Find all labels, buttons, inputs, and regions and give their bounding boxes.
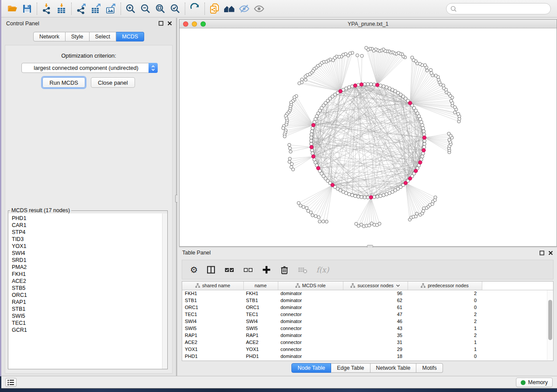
first-neighbors-button[interactable] (222, 2, 237, 16)
save-session-button[interactable] (20, 2, 35, 16)
table-cell[interactable]: YOX1 (243, 346, 278, 353)
table-cell[interactable]: connector (278, 339, 343, 346)
ring-node[interactable] (421, 155, 424, 158)
ring-node[interactable] (376, 195, 379, 199)
table-row[interactable]: PHD1PHD1dominator180 (182, 353, 553, 360)
ring-node[interactable] (310, 136, 313, 139)
mcds-result-item[interactable]: GCR1 (8, 327, 167, 334)
leaf-node[interactable] (453, 111, 457, 114)
import-network-button[interactable] (39, 2, 54, 16)
leaf-node[interactable] (429, 69, 432, 72)
table-cell[interactable]: STB1 (243, 297, 278, 304)
mcds-result-item[interactable]: STB5 (8, 285, 167, 292)
table-cell[interactable]: dominator (278, 304, 343, 311)
mcds-node[interactable] (310, 145, 313, 149)
table-cell[interactable]: 35 (343, 332, 408, 339)
leaf-node[interactable] (448, 138, 451, 141)
column-header-name[interactable]: name (243, 282, 278, 290)
table-cell[interactable]: 62 (343, 297, 408, 304)
leaf-node[interactable] (291, 168, 294, 171)
table-cell[interactable]: 1 (408, 325, 482, 332)
mcds-node[interactable] (360, 83, 363, 86)
table-cell[interactable]: 31 (343, 339, 408, 346)
import-table-button[interactable] (54, 2, 69, 16)
leaf-node[interactable] (426, 69, 429, 72)
ring-node[interactable] (369, 83, 373, 86)
table-cell[interactable]: SWI4 (243, 318, 278, 325)
export-image-button[interactable] (104, 2, 118, 16)
column-header-shared-name[interactable]: shared name (182, 282, 243, 290)
table-cell[interactable]: 2 (408, 332, 482, 339)
add-column-button[interactable] (262, 263, 271, 276)
open-session-button[interactable] (5, 2, 20, 16)
table-cell[interactable]: dominator (278, 297, 343, 304)
table-cell[interactable]: 2 (408, 290, 482, 297)
leaf-node[interactable] (360, 54, 363, 57)
export-table-button[interactable] (89, 2, 104, 16)
mcds-node[interactable] (311, 123, 315, 127)
table-row[interactable]: FKH1FKH1dominator962 (182, 290, 553, 297)
table-cell[interactable]: dominator (278, 353, 343, 360)
split-panel-button[interactable] (206, 263, 216, 276)
table-cell[interactable]: FKH1 (243, 290, 278, 297)
column-header-successor-nodes[interactable]: successor nodes (343, 282, 408, 290)
leaf-node[interactable] (288, 143, 291, 146)
table-cell[interactable]: ORC1 (243, 304, 278, 311)
mcds-result-item[interactable]: RAP1 (8, 299, 167, 306)
mcds-result-scrollbar[interactable] (162, 213, 167, 369)
table-cell[interactable]: 0 (408, 297, 482, 304)
leaf-node[interactable] (299, 204, 302, 207)
leaf-node[interactable] (322, 220, 325, 223)
leaf-node[interactable] (290, 162, 293, 165)
mcds-result-item[interactable]: SRD1 (8, 257, 167, 264)
close-panel-icon[interactable] (167, 21, 172, 26)
table-cell[interactable]: connector (278, 346, 343, 353)
table-cell[interactable]: 0 (408, 353, 482, 360)
table-cell[interactable]: dominator (278, 318, 343, 325)
delete-table-button[interactable] (298, 263, 308, 276)
ring-node[interactable] (379, 194, 382, 198)
table-cell[interactable]: connector (278, 325, 343, 332)
leaf-node[interactable] (289, 150, 292, 153)
mcds-node[interactable] (316, 166, 320, 170)
table-cell[interactable]: 2 (408, 318, 482, 325)
network-canvas[interactable] (180, 29, 557, 246)
ring-node[interactable] (385, 86, 388, 89)
mcds-node[interactable] (419, 161, 422, 164)
leaf-node[interactable] (311, 214, 314, 217)
table-cell[interactable]: 1 (408, 339, 482, 346)
ring-node[interactable] (366, 83, 370, 86)
table-cell[interactable]: SWI5 (243, 325, 278, 332)
table-cell[interactable]: 18 (343, 353, 408, 360)
leaf-node[interactable] (309, 211, 312, 214)
tab-style[interactable]: Style (66, 32, 90, 41)
table-cell[interactable]: ACE2 (182, 339, 243, 346)
leaf-node[interactable] (305, 206, 308, 210)
leaf-node[interactable] (450, 99, 453, 102)
table-scrollbar[interactable] (547, 290, 553, 360)
table-cell[interactable]: 29 (343, 346, 408, 353)
tab-node-table[interactable]: Node Table (291, 363, 331, 373)
table-cell[interactable]: 61 (343, 304, 408, 311)
ring-node[interactable] (382, 193, 385, 197)
mcds-node[interactable] (404, 181, 407, 185)
leaf-node[interactable] (415, 212, 419, 215)
zoom-selected-button[interactable] (168, 2, 183, 16)
delete-column-button[interactable] (280, 263, 289, 276)
table-cell[interactable]: ACE2 (243, 339, 278, 346)
mcds-node[interactable] (369, 196, 373, 199)
mcds-node[interactable] (311, 155, 315, 158)
show-panel-menu-button[interactable] (5, 378, 17, 387)
scrollbar-thumb[interactable] (548, 300, 552, 340)
table-cell[interactable]: YOX1 (182, 346, 243, 353)
close-panel-button[interactable]: Close panel (91, 77, 135, 88)
mcds-result-item[interactable]: STB1 (8, 306, 167, 313)
mcds-result-item[interactable]: YOX1 (8, 243, 167, 250)
leaf-node[interactable] (288, 147, 291, 150)
leaf-node[interactable] (282, 127, 285, 130)
zoom-fit-button[interactable] (153, 2, 168, 16)
table-cell[interactable]: 47 (343, 311, 408, 318)
ring-node[interactable] (422, 127, 425, 130)
leaf-node[interactable] (304, 78, 307, 81)
mcds-node[interactable] (331, 183, 334, 187)
